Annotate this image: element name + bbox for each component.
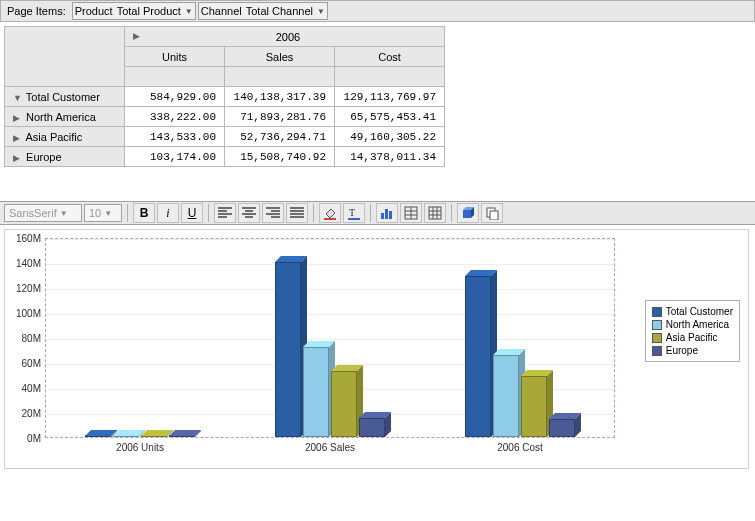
data-cell[interactable]: 584,929.00 <box>125 87 225 107</box>
bar[interactable] <box>303 347 329 437</box>
cube-icon <box>461 206 475 220</box>
italic-button[interactable]: i <box>157 203 179 223</box>
bar[interactable] <box>141 436 167 437</box>
font-size-select[interactable]: 10 ▼ <box>84 204 122 222</box>
bar[interactable] <box>169 436 195 437</box>
y-tick-label: 20M <box>22 408 41 419</box>
svg-rect-7 <box>429 207 441 219</box>
col-header-cost[interactable]: Cost <box>335 47 445 67</box>
bar-chart-icon <box>380 206 394 220</box>
svg-rect-3 <box>381 213 384 219</box>
data-cell[interactable]: 338,222.00 <box>125 107 225 127</box>
data-cell[interactable]: 15,508,740.92 <box>225 147 335 167</box>
bar-group <box>85 436 195 437</box>
row-header[interactable]: ▶ Asia Pacific <box>5 127 125 147</box>
data-cell[interactable]: 129,113,769.97 <box>335 87 445 107</box>
dim-name: Product <box>75 5 113 17</box>
data-cell[interactable]: 65,575,453.41 <box>335 107 445 127</box>
separator <box>370 204 371 222</box>
page-items-bar: Page Items: Product Total Product ▼ Chan… <box>0 0 755 22</box>
bar[interactable] <box>331 371 357 437</box>
legend-swatch <box>652 307 662 317</box>
data-cell[interactable]: 103,174.00 <box>125 147 225 167</box>
bar[interactable] <box>359 418 385 437</box>
x-tick-label: 2006 Sales <box>235 442 425 453</box>
chart-legend: Total CustomerNorth AmericaAsia PacificE… <box>645 300 740 362</box>
year-header[interactable]: ▶ 2006 <box>125 27 445 47</box>
chart-area[interactable]: 0M20M40M60M80M100M120M140M160M 2006 Unit… <box>4 229 749 469</box>
corner-cell <box>5 27 125 87</box>
col-header-sales[interactable]: Sales <box>225 47 335 67</box>
grid-icon <box>428 206 442 220</box>
3d-button[interactable] <box>457 203 479 223</box>
dim-name: Channel <box>201 5 242 17</box>
bar[interactable] <box>85 436 111 437</box>
data-cell[interactable]: 49,160,305.22 <box>335 127 445 147</box>
expand-icon: ▶ <box>13 153 23 163</box>
table-row: ▼ Total Customer584,929.00140,138,317.39… <box>5 87 445 107</box>
bar[interactable] <box>275 262 301 437</box>
align-justify-button[interactable] <box>286 203 308 223</box>
separator <box>313 204 314 222</box>
chevron-down-icon: ▼ <box>60 209 68 218</box>
align-center-icon <box>242 207 256 219</box>
font-color-icon: T <box>347 206 361 220</box>
y-tick-label: 120M <box>16 283 41 294</box>
legend-swatch <box>652 346 662 356</box>
chart-plot <box>45 238 615 438</box>
align-center-button[interactable] <box>238 203 260 223</box>
table-row: ▶ Europe103,174.0015,508,740.9214,378,01… <box>5 147 445 167</box>
font-name-select[interactable]: SansSerif ▼ <box>4 204 82 222</box>
data-cell[interactable]: 71,893,281.76 <box>225 107 335 127</box>
fill-color-button[interactable] <box>319 203 341 223</box>
align-right-button[interactable] <box>262 203 284 223</box>
dim-channel[interactable]: Channel Total Channel ▼ <box>198 2 328 20</box>
table-row: ▶ North America338,222.0071,893,281.7665… <box>5 107 445 127</box>
expand-icon: ▶ <box>13 113 23 123</box>
data-cell[interactable]: 143,533.00 <box>125 127 225 147</box>
bar[interactable] <box>113 436 139 437</box>
align-justify-icon <box>290 207 304 219</box>
y-axis: 0M20M40M60M80M100M120M140M160M <box>5 238 43 438</box>
table-row: ▶ Asia Pacific143,533.0052,736,294.7149,… <box>5 127 445 147</box>
data-cell[interactable]: 140,138,317.39 <box>225 87 335 107</box>
separator <box>127 204 128 222</box>
col-header-units[interactable]: Units <box>125 47 225 67</box>
chevron-down-icon: ▼ <box>317 7 325 16</box>
data-cell[interactable]: 14,378,011.34 <box>335 147 445 167</box>
font-color-button[interactable]: T <box>343 203 365 223</box>
row-header[interactable]: ▼ Total Customer <box>5 87 125 107</box>
grid-button[interactable] <box>424 203 446 223</box>
chart-button[interactable] <box>376 203 398 223</box>
expand-icon: ▼ <box>13 93 23 103</box>
bar[interactable] <box>493 355 519 437</box>
copy-button[interactable] <box>481 203 503 223</box>
dim-product[interactable]: Product Total Product ▼ <box>72 2 196 20</box>
pivot-table-wrap: ▶ 2006 Units Sales Cost ▼ Total Customer… <box>0 22 755 171</box>
y-tick-label: 80M <box>22 333 41 344</box>
underline-button[interactable]: U <box>181 203 203 223</box>
bar[interactable] <box>465 276 491 437</box>
align-left-button[interactable] <box>214 203 236 223</box>
page-items-label: Page Items: <box>3 5 70 17</box>
bar[interactable] <box>549 419 575 437</box>
chevron-down-icon: ▼ <box>104 209 112 218</box>
row-header[interactable]: ▶ North America <box>5 107 125 127</box>
y-tick-label: 60M <box>22 358 41 369</box>
legend-swatch <box>652 333 662 343</box>
svg-text:T: T <box>349 207 355 218</box>
dim-value: Total Product <box>117 5 181 17</box>
table-button[interactable] <box>400 203 422 223</box>
bold-button[interactable]: B <box>133 203 155 223</box>
bar[interactable] <box>521 376 547 437</box>
legend-label: Europe <box>666 345 698 356</box>
expand-right-icon: ▶ <box>133 31 140 41</box>
svg-rect-2 <box>348 218 360 220</box>
data-cell[interactable]: 52,736,294.71 <box>225 127 335 147</box>
chevron-down-icon: ▼ <box>185 7 193 16</box>
legend-label: Asia Pacific <box>666 332 718 343</box>
row-header[interactable]: ▶ Europe <box>5 147 125 167</box>
svg-rect-10 <box>490 211 498 220</box>
legend-label: Total Customer <box>666 306 733 317</box>
legend-label: North America <box>666 319 729 330</box>
